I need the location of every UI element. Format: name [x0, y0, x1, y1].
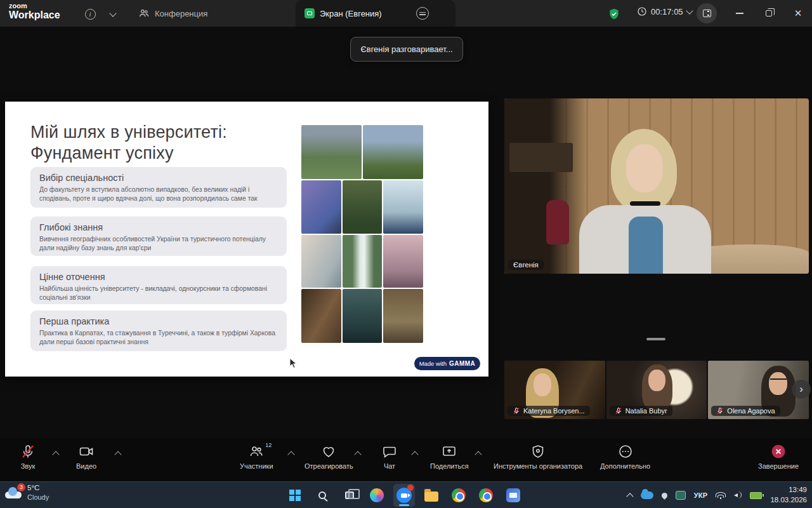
- tab-screen-share[interactable]: Экран (Евгения): [296, 0, 455, 27]
- collage-photo-student: [383, 180, 423, 234]
- made-with-gamma-badge[interactable]: Made with GAMMA: [414, 357, 480, 370]
- filmstrip-next-button[interactable]: ›: [792, 380, 811, 399]
- chevron-down-icon: [686, 7, 693, 14]
- participant-name: Kateryna Borysen...: [523, 407, 585, 415]
- onedrive-cloud-icon: [641, 491, 653, 499]
- chrome-profile1-button[interactable]: [448, 484, 469, 507]
- more-button[interactable]: Дополнительно: [600, 443, 650, 470]
- react-options-chevron[interactable]: [354, 451, 361, 458]
- badge-prefix: Made with: [419, 360, 447, 367]
- zoom-app-button[interactable]: [393, 484, 415, 507]
- collage-photo-class-group: [343, 289, 383, 343]
- chat-button[interactable]: Чат: [382, 443, 397, 470]
- end-meeting-icon: [771, 444, 786, 459]
- card-title: Вибір спеціальності: [39, 173, 278, 183]
- taskbar-apps: [284, 484, 524, 507]
- info-icon: i: [85, 9, 96, 20]
- speaker-face: [626, 144, 663, 192]
- share-screen-button[interactable]: Поделиться: [430, 443, 469, 470]
- card-title: Перша практика: [39, 316, 278, 326]
- close-button[interactable]: ✕: [785, 0, 811, 27]
- mic-muted-icon: [513, 407, 520, 415]
- participant-video-natalia[interactable]: Natalia Bubyr: [606, 361, 707, 419]
- weather-temp: 5°C: [27, 483, 49, 493]
- search-icon: [318, 491, 326, 499]
- view-layout-button[interactable]: [697, 3, 717, 23]
- wifi-icon: [716, 492, 726, 499]
- audio-options-chevron[interactable]: [52, 451, 59, 458]
- card-body: До факультету я вступила абсолютно випад…: [39, 185, 278, 203]
- audio-label: Звук: [21, 462, 36, 470]
- minimize-button[interactable]: [727, 0, 752, 27]
- chrome-profile2-button[interactable]: [475, 484, 497, 507]
- collage-photo-mountain-group: [363, 125, 423, 179]
- language-switcher[interactable]: УКР: [694, 491, 708, 499]
- main-video-name-plate: Євгенія: [508, 260, 544, 270]
- card-title: Цінне оточення: [39, 272, 278, 282]
- heart-react-icon: [321, 444, 336, 459]
- tab-conference-label: Конференция: [155, 9, 207, 18]
- thumbnail-name-plate: Kateryna Borysen...: [508, 406, 590, 416]
- search-button[interactable]: [311, 484, 333, 507]
- mic-muted-icon: [716, 407, 724, 415]
- weather-cloud-icon: 3: [4, 487, 23, 498]
- location-indicator[interactable]: [662, 493, 667, 498]
- audio-button[interactable]: Звук: [20, 443, 36, 470]
- wifi-button[interactable]: [716, 492, 726, 499]
- speaker-choker: [630, 201, 660, 206]
- onedrive-button[interactable]: [641, 491, 653, 499]
- video-options-chevron[interactable]: [114, 451, 121, 458]
- photo-collage: [301, 125, 423, 342]
- system-tray: УКР 13:49 18.03.2026: [627, 482, 807, 508]
- battery-indicator[interactable]: [750, 492, 762, 499]
- participant-name: Natalia Bubyr: [625, 407, 667, 415]
- volume-button[interactable]: [734, 491, 742, 499]
- speaker-shirt: [629, 217, 663, 274]
- timer-value: 00:17:05: [651, 7, 683, 17]
- capture-tool-icon: [676, 491, 686, 500]
- weather-widget[interactable]: 3 5°C Cloudy: [4, 483, 49, 502]
- restore-button[interactable]: [756, 0, 782, 27]
- capture-tool-button[interactable]: [676, 491, 686, 500]
- title-bar: zoom Workplace i Конференция Экран (Евге…: [0, 0, 812, 27]
- main-speaker-video[interactable]: Євгенія: [504, 98, 809, 274]
- meeting-timer[interactable]: 00:17:05: [637, 6, 692, 17]
- panel-resize-handle[interactable]: [646, 338, 665, 340]
- task-view-button[interactable]: [339, 484, 360, 507]
- more-label: Дополнительно: [600, 462, 650, 470]
- battery-icon: [750, 492, 762, 499]
- end-label: Завершение: [758, 462, 799, 470]
- participants-options-chevron[interactable]: [287, 451, 294, 458]
- info-dropdown-button[interactable]: [105, 6, 121, 22]
- screen-share-icon: [304, 8, 315, 18]
- participant-name: Olena Agapova: [727, 407, 775, 415]
- card-body: Вивчення географічних особливостей Украї…: [39, 235, 278, 253]
- react-button[interactable]: Отреагировать: [304, 443, 353, 470]
- meeting-info-button[interactable]: i: [82, 6, 98, 22]
- chat-label: Чат: [384, 462, 395, 470]
- tab-options-icon[interactable]: [416, 7, 429, 20]
- zoom-meeting-window: zoom Workplace i Конференция Экран (Евге…: [0, 0, 812, 508]
- tray-overflow-button[interactable]: [627, 492, 632, 499]
- encryption-shield-button[interactable]: [606, 6, 622, 22]
- end-meeting-button[interactable]: Завершение: [758, 443, 799, 470]
- start-button[interactable]: [284, 484, 306, 507]
- slide-card-community: Цінне оточення Найбільша цінність універ…: [30, 266, 287, 304]
- participants-button[interactable]: 12 Участники: [240, 443, 273, 470]
- mail-app-button[interactable]: [502, 484, 524, 507]
- slide-title: Мій шлях в університеті: Фундамент успіх…: [30, 122, 227, 164]
- mic-muted-icon: [615, 407, 622, 415]
- shared-screen-presentation: Мій шлях в університеті: Фундамент успіх…: [5, 102, 488, 377]
- chat-options-chevron[interactable]: [411, 451, 418, 458]
- video-button[interactable]: Видео: [76, 443, 96, 470]
- participant-video-kateryna[interactable]: Kateryna Borysen...: [504, 361, 605, 419]
- meeting-toolbar: Звук Видео 12 Участники: [0, 438, 812, 481]
- taskbar-clock[interactable]: 13:49 18.03.2026: [770, 485, 807, 505]
- copilot-button[interactable]: [366, 484, 388, 507]
- windows-taskbar: 3 5°C Cloudy УКР: [0, 481, 812, 508]
- tab-conference[interactable]: Конференция: [138, 0, 207, 27]
- tab-screen-share-label: Экран (Евгения): [320, 9, 382, 18]
- share-options-chevron[interactable]: [475, 451, 481, 458]
- host-tools-button[interactable]: Инструменты организатора: [494, 443, 582, 470]
- file-explorer-button[interactable]: [421, 484, 442, 507]
